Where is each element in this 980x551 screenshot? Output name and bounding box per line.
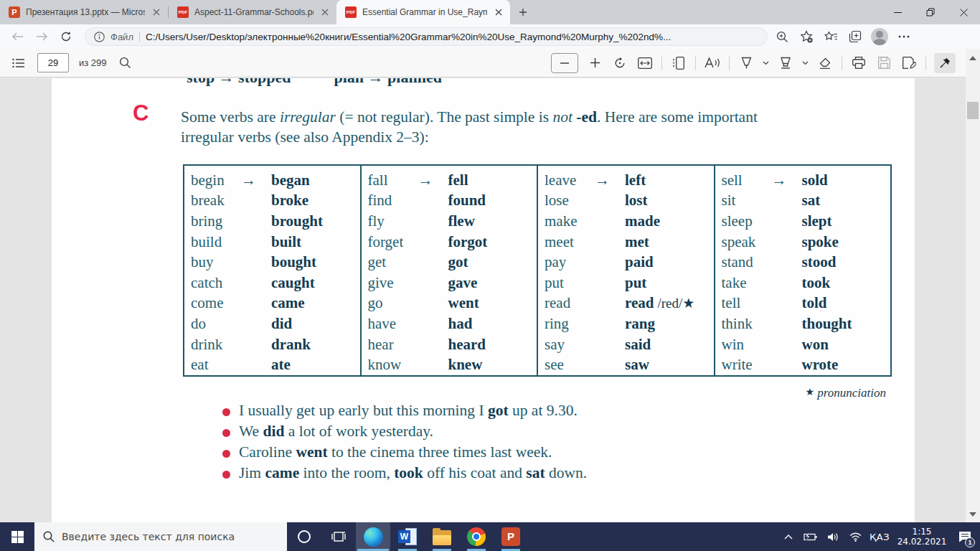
tray-chevron-up-icon[interactable] <box>781 522 796 551</box>
highlighter-icon[interactable] <box>777 53 794 73</box>
refresh-icon[interactable] <box>56 27 76 47</box>
past-verb: sold <box>802 171 828 189</box>
base-verb: have <box>368 315 418 333</box>
text-segment: I usually get up early but this morning … <box>239 402 488 419</box>
draw-options-chevron-icon[interactable] <box>763 61 769 65</box>
task-view-button[interactable] <box>321 522 356 551</box>
scroll-down-icon[interactable] <box>969 512 976 517</box>
url-field[interactable]: Файл C:/Users/User/Desktop/электронные%2… <box>85 27 768 46</box>
bullet-icon <box>222 450 230 458</box>
past-verb: forgot <box>448 233 488 251</box>
tab-aspect-pdf[interactable]: PDF Aspect-11-Grammar-Schools.pdf <box>169 0 336 24</box>
print-icon[interactable] <box>850 53 867 73</box>
cortana-button[interactable] <box>287 522 321 551</box>
text-segment: sat <box>526 464 545 481</box>
search-icon <box>43 531 55 542</box>
text-segment: off his coat and <box>423 464 527 481</box>
past-verb: ate <box>271 356 291 374</box>
verb-table-column: begin→beganbreakbrokebringbroughtbuildbu… <box>184 166 360 375</box>
verb-pair-row: catchcaught <box>191 273 360 293</box>
new-tab-button[interactable] <box>513 2 533 22</box>
search-document-icon[interactable] <box>117 53 134 73</box>
highlighter-options-chevron-icon[interactable] <box>802 61 809 65</box>
fit-to-width-icon[interactable] <box>636 53 654 73</box>
verb-pair-row: havehad <box>368 314 537 334</box>
start-button[interactable] <box>0 522 34 551</box>
toolbar-separator <box>925 56 926 70</box>
taskbar-search-box[interactable]: Введите здесь текст для поиска <box>34 522 287 551</box>
pin-toolbar-button[interactable] <box>934 53 956 73</box>
table-of-contents-icon[interactable] <box>10 53 27 73</box>
bullet-icon <box>222 471 230 479</box>
verb-pair-row: loselost <box>545 191 714 212</box>
tab-title: Презентация 13.pptx — Microso <box>26 7 145 17</box>
past-verb: brought <box>271 212 323 230</box>
verb-pair-row: sell→sold <box>722 170 891 191</box>
rotate-icon[interactable] <box>611 53 628 73</box>
past-verb: rang <box>625 315 655 333</box>
text-segment: (= not regular). The past simple is <box>336 108 553 126</box>
taskbar-app-word[interactable]: W <box>390 522 425 551</box>
past-verb: thought <box>802 315 852 333</box>
page-number-input[interactable] <box>37 53 69 72</box>
collections-icon[interactable] <box>845 27 865 47</box>
browser-menu-icon[interactable] <box>894 27 914 47</box>
text-segment: We <box>239 423 263 440</box>
favorites-bar-icon[interactable] <box>821 27 841 47</box>
past-verb: began <box>271 171 310 189</box>
zoom-in-button[interactable] <box>586 53 603 73</box>
close-window-button[interactable] <box>947 0 980 24</box>
forward-icon[interactable] <box>32 27 52 47</box>
close-tab-icon[interactable] <box>493 6 504 18</box>
verb-pair-row: knowknew <box>368 354 537 375</box>
scrollbar-thumb[interactable] <box>967 102 979 119</box>
tab-essential-grammar-active[interactable]: PDF Essential Grammar in Use_Raymo <box>336 0 510 24</box>
powerpoint-icon: P <box>501 527 520 546</box>
add-favorite-icon[interactable] <box>796 27 816 47</box>
battery-icon[interactable] <box>803 522 819 551</box>
wifi-icon[interactable] <box>847 522 863 551</box>
verb-pair-row: ringrang <box>545 314 714 334</box>
text-segment: irregular <box>280 108 336 126</box>
verb-pair-row: leave→left <box>545 170 714 191</box>
keyboard-language-indicator[interactable]: ҚАЗ <box>870 532 890 542</box>
minimize-button[interactable] <box>881 0 914 24</box>
taskbar-app-edge[interactable] <box>356 522 390 551</box>
volume-icon[interactable] <box>825 522 841 551</box>
base-verb: stand <box>722 253 772 271</box>
zoom-page-icon[interactable] <box>772 27 792 47</box>
save-icon[interactable] <box>875 53 892 73</box>
verb-table-column: sell→soldsitsatsleepsleptspeakspokestand… <box>714 166 891 375</box>
action-center-button[interactable]: 1 <box>954 522 976 551</box>
past-verb: bought <box>271 253 316 271</box>
eraser-icon[interactable] <box>816 53 834 73</box>
restore-button[interactable] <box>914 0 947 24</box>
draw-pen-icon[interactable] <box>738 53 755 73</box>
read-aloud-icon[interactable] <box>704 53 721 73</box>
text-segment: up at 9.30. <box>509 402 578 419</box>
back-icon[interactable] <box>7 27 27 47</box>
clipped-previous-line: stop → stoppedplan → planned <box>187 78 442 87</box>
windows-taskbar: Введите здесь текст для поиска W P <box>0 522 980 551</box>
profile-avatar[interactable] <box>870 27 890 47</box>
taskbar-clock[interactable]: 1:15 24.02.2021 <box>896 527 948 547</box>
past-verb: lost <box>625 192 648 209</box>
arrow-glyph: → <box>772 171 802 189</box>
zoom-out-button[interactable] <box>551 53 578 73</box>
save-as-icon[interactable] <box>900 53 918 73</box>
taskbar-app-chrome[interactable] <box>459 522 494 551</box>
section-intro-text: Some verbs are irregular (= not regular)… <box>181 108 880 147</box>
taskbar-app-file-explorer[interactable] <box>425 522 459 551</box>
chrome-icon <box>467 527 486 546</box>
close-tab-icon[interactable] <box>151 6 162 18</box>
text-segment: Jim <box>239 464 265 481</box>
verb-pair-row: forgetforgot <box>368 232 537 253</box>
past-verb: saw <box>625 356 649 374</box>
tab-presentation[interactable]: P Презентация 13.pptx — Microso <box>0 0 168 24</box>
page-view-icon[interactable] <box>670 53 687 73</box>
close-tab-icon[interactable] <box>319 6 331 18</box>
verb-pair-row: writewrote <box>722 354 891 375</box>
taskbar-app-powerpoint[interactable]: P <box>494 522 528 551</box>
scroll-up-icon[interactable] <box>969 56 976 60</box>
vertical-scrollbar[interactable] <box>966 49 980 522</box>
